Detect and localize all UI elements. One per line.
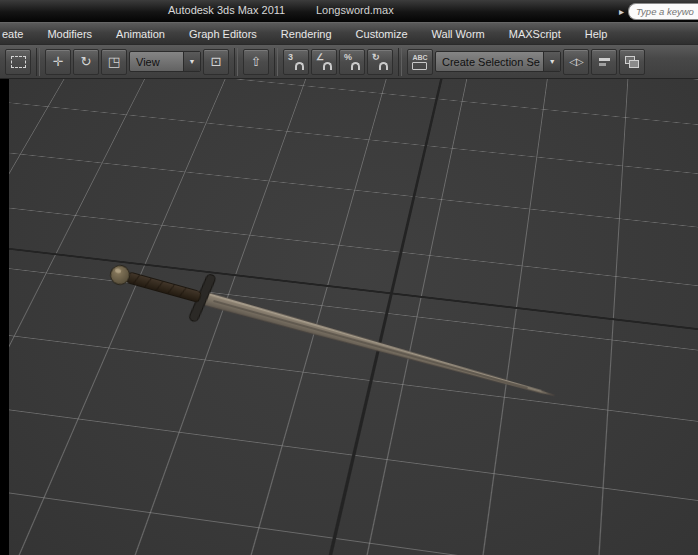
title-bar: Autodesk 3ds Max 2011 Longsword.max ▸ [0,0,698,22]
coordinate-system-value: View [130,52,166,71]
menu-create[interactable]: eate [0,23,35,44]
menu-modifiers[interactable]: Modifiers [35,23,104,44]
menu-rendering[interactable]: Rendering [269,23,344,44]
align-icon [599,58,610,66]
viewport-left-edge [0,79,9,555]
keyboard-override-icon: ABC [412,54,427,70]
move-icon: ✛ [53,54,64,69]
mirror-button[interactable]: ◁▷ [563,49,589,75]
magnet-icon [295,62,304,70]
rotate-icon: ↻ [81,54,92,69]
open-file-name: Longsword.max [316,4,394,16]
sword-fuller [213,301,527,388]
selection-set-value: Create Selection Se [436,52,543,71]
keyboard-shortcut-override-button[interactable]: ABC [407,49,433,75]
magnet-icon [379,62,388,70]
toolbar-separator [274,48,278,76]
mirror-icon: ◁▷ [569,56,582,67]
3ds-max-window: Autodesk 3ds Max 2011 Longsword.max ▸ ea… [0,0,698,555]
menu-bar: eate Modifiers Animation Graph Editors R… [0,22,698,44]
magnet-icon [323,62,332,70]
menu-animation[interactable]: Animation [104,23,177,44]
angle-snap-toggle-button[interactable]: ∠ [311,49,337,75]
infocenter-search: ▸ [619,2,698,20]
spinner-snap-toggle-button[interactable]: ↻ [367,49,393,75]
pivot-center-icon: ⊡ [211,54,222,69]
menu-help[interactable]: Help [573,23,620,44]
menu-customize[interactable]: Customize [344,23,420,44]
sword-grip[interactable] [126,272,201,303]
use-pivot-point-center-button[interactable]: ⊡ [203,49,229,75]
align-button[interactable] [591,49,617,75]
toolbar-separator [36,48,40,76]
magnet-icon [351,62,360,70]
percent-snap-toggle-button[interactable]: % [339,49,365,75]
spinner-snap-icon: ↻ [372,52,380,62]
app-title: Autodesk 3ds Max 2011 [168,4,285,16]
dashed-selection-icon [11,56,26,68]
chevron-down-icon[interactable]: ▼ [183,52,200,71]
main-toolbar: ✛ ↻ ◳ View ▼ ⊡ ⇧ 3 ∠ % [0,44,698,79]
toolbar-separator [234,48,238,76]
toolbar-separator [398,48,402,76]
select-and-rotate-button[interactable]: ↻ [73,49,99,75]
perspective-viewport[interactable] [0,79,698,555]
rectangular-selection-region-button[interactable] [5,49,31,75]
named-selection-sets-dropdown[interactable]: Create Selection Se ▼ [435,51,561,72]
percent-snap-icon: % [344,52,352,62]
snap-toggle-3d-button[interactable]: 3 [283,49,309,75]
manipulate-icon: ⇧ [251,54,262,69]
layer-manager-button[interactable] [619,49,645,75]
select-and-scale-button[interactable]: ◳ [101,49,127,75]
scale-icon: ◳ [108,54,120,69]
angle-snap-icon: ∠ [316,52,324,62]
select-and-move-button[interactable]: ✛ [45,49,71,75]
menu-maxscript[interactable]: MAXScript [497,23,573,44]
reference-coordinate-system-dropdown[interactable]: View ▼ [129,51,201,72]
layers-icon [625,56,639,68]
snap-3d-icon: 3 [288,52,293,62]
menu-wall-worm[interactable]: Wall Worm [420,23,497,44]
search-arrow-icon[interactable]: ▸ [619,6,624,17]
menu-graph-editors[interactable]: Graph Editors [177,23,269,44]
infocenter-search-input[interactable] [628,3,698,20]
chevron-down-icon[interactable]: ▼ [543,52,560,71]
select-and-manipulate-button[interactable]: ⇧ [243,49,269,75]
